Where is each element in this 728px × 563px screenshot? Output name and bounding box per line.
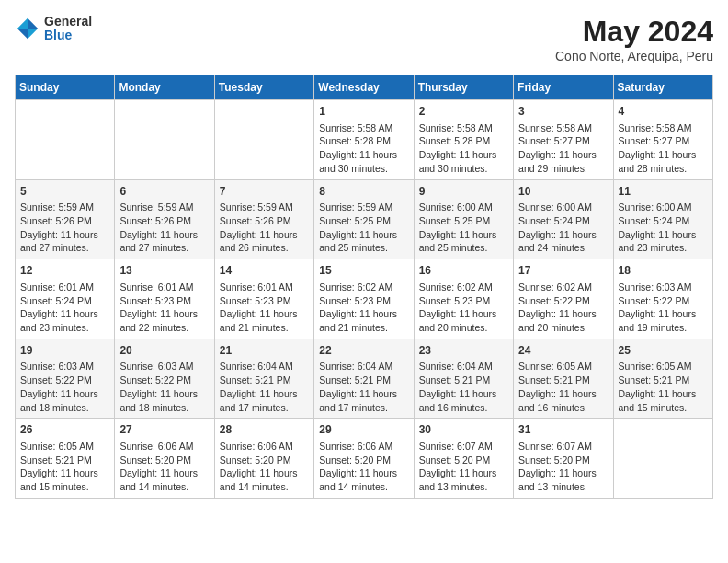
day-of-week-header: Thursday	[414, 75, 513, 100]
day-info: Sunrise: 6:01 AM Sunset: 5:23 PM Dayligh…	[119, 281, 209, 335]
calendar-day-cell: 7Sunrise: 5:59 AM Sunset: 5:26 PM Daylig…	[214, 179, 313, 259]
calendar-week-row: 5Sunrise: 5:59 AM Sunset: 5:26 PM Daylig…	[16, 179, 713, 259]
calendar-day-cell: 19Sunrise: 6:03 AM Sunset: 5:22 PM Dayli…	[16, 339, 115, 419]
day-info: Sunrise: 6:00 AM Sunset: 5:25 PM Dayligh…	[419, 201, 508, 255]
day-info: Sunrise: 6:04 AM Sunset: 5:21 PM Dayligh…	[220, 360, 309, 414]
calendar-day-cell: 21Sunrise: 6:04 AM Sunset: 5:21 PM Dayli…	[214, 339, 313, 419]
calendar-day-cell: 16Sunrise: 6:02 AM Sunset: 5:23 PM Dayli…	[414, 259, 513, 339]
day-number: 11	[619, 184, 708, 200]
day-info: Sunrise: 6:05 AM Sunset: 5:21 PM Dayligh…	[619, 360, 708, 414]
calendar-day-cell: 17Sunrise: 6:02 AM Sunset: 5:22 PM Dayli…	[514, 259, 613, 339]
calendar-day-cell: 28Sunrise: 6:06 AM Sunset: 5:20 PM Dayli…	[214, 419, 313, 499]
calendar-day-cell: 27Sunrise: 6:06 AM Sunset: 5:20 PM Dayli…	[115, 419, 214, 499]
calendar-day-cell: 25Sunrise: 6:05 AM Sunset: 5:21 PM Dayli…	[613, 339, 712, 419]
day-info: Sunrise: 6:03 AM Sunset: 5:22 PM Dayligh…	[20, 360, 109, 414]
calendar-day-cell: 29Sunrise: 6:06 AM Sunset: 5:20 PM Dayli…	[314, 419, 414, 499]
calendar-day-cell: 30Sunrise: 6:07 AM Sunset: 5:20 PM Dayli…	[414, 419, 513, 499]
calendar-day-cell: 20Sunrise: 6:03 AM Sunset: 5:22 PM Dayli…	[115, 339, 214, 419]
day-number: 1	[319, 104, 408, 120]
day-info: Sunrise: 6:04 AM Sunset: 5:21 PM Dayligh…	[319, 360, 408, 414]
day-number: 10	[518, 184, 608, 200]
day-of-week-header: Sunday	[16, 75, 115, 100]
day-info: Sunrise: 6:07 AM Sunset: 5:20 PM Dayligh…	[518, 440, 608, 494]
day-info: Sunrise: 6:00 AM Sunset: 5:24 PM Dayligh…	[518, 201, 608, 255]
day-number: 29	[319, 422, 408, 438]
day-number: 31	[518, 422, 608, 438]
calendar-day-cell: 5Sunrise: 5:59 AM Sunset: 5:26 PM Daylig…	[16, 179, 115, 259]
day-info: Sunrise: 6:02 AM Sunset: 5:23 PM Dayligh…	[419, 281, 508, 335]
day-of-week-header: Wednesday	[314, 75, 414, 100]
svg-marker-3	[17, 29, 28, 39]
calendar-day-cell: 4Sunrise: 5:58 AM Sunset: 5:27 PM Daylig…	[613, 100, 712, 180]
day-info: Sunrise: 5:59 AM Sunset: 5:25 PM Dayligh…	[319, 201, 408, 255]
page-header: General Blue May 2024 Cono Norte, Arequi…	[15, 15, 713, 63]
calendar-day-cell: 14Sunrise: 6:01 AM Sunset: 5:23 PM Dayli…	[214, 259, 313, 339]
day-number: 18	[619, 263, 708, 279]
day-info: Sunrise: 6:07 AM Sunset: 5:20 PM Dayligh…	[419, 440, 508, 494]
day-info: Sunrise: 5:59 AM Sunset: 5:26 PM Dayligh…	[220, 201, 309, 255]
calendar-week-row: 26Sunrise: 6:05 AM Sunset: 5:21 PM Dayli…	[16, 419, 713, 499]
day-number: 8	[319, 184, 408, 200]
calendar-day-cell: 10Sunrise: 6:00 AM Sunset: 5:24 PM Dayli…	[514, 179, 613, 259]
day-number: 5	[20, 184, 109, 200]
calendar-day-cell: 3Sunrise: 5:58 AM Sunset: 5:27 PM Daylig…	[514, 100, 613, 180]
day-number: 25	[619, 343, 708, 359]
header-row: SundayMondayTuesdayWednesdayThursdayFrid…	[16, 75, 713, 100]
calendar-week-row: 1Sunrise: 5:58 AM Sunset: 5:28 PM Daylig…	[16, 100, 713, 180]
day-number: 28	[220, 422, 309, 438]
day-number: 24	[518, 343, 608, 359]
logo-text: General Blue	[44, 15, 92, 43]
day-info: Sunrise: 5:58 AM Sunset: 5:27 PM Dayligh…	[518, 121, 608, 176]
calendar-day-cell: 15Sunrise: 6:02 AM Sunset: 5:23 PM Dayli…	[314, 259, 414, 339]
day-of-week-header: Monday	[115, 75, 214, 100]
svg-marker-2	[17, 18, 28, 29]
day-info: Sunrise: 6:06 AM Sunset: 5:20 PM Dayligh…	[220, 440, 309, 494]
svg-marker-1	[28, 29, 38, 39]
calendar-day-cell: 1Sunrise: 5:58 AM Sunset: 5:28 PM Daylig…	[314, 100, 414, 180]
day-of-week-header: Saturday	[613, 75, 712, 100]
calendar-day-cell	[16, 100, 115, 180]
calendar-day-cell: 6Sunrise: 5:59 AM Sunset: 5:26 PM Daylig…	[115, 179, 214, 259]
day-info: Sunrise: 6:01 AM Sunset: 5:24 PM Dayligh…	[20, 281, 109, 335]
day-number: 9	[419, 184, 508, 200]
day-info: Sunrise: 6:00 AM Sunset: 5:24 PM Dayligh…	[619, 201, 708, 255]
day-number: 4	[619, 104, 708, 120]
day-number: 30	[419, 422, 508, 438]
calendar-day-cell: 22Sunrise: 6:04 AM Sunset: 5:21 PM Dayli…	[314, 339, 414, 419]
day-number: 6	[119, 184, 209, 200]
calendar-week-row: 19Sunrise: 6:03 AM Sunset: 5:22 PM Dayli…	[16, 339, 713, 419]
day-number: 12	[20, 263, 109, 279]
day-info: Sunrise: 5:58 AM Sunset: 5:27 PM Dayligh…	[619, 121, 708, 176]
calendar-body: 1Sunrise: 5:58 AM Sunset: 5:28 PM Daylig…	[16, 100, 713, 499]
day-number: 2	[419, 104, 508, 120]
calendar-day-cell: 8Sunrise: 5:59 AM Sunset: 5:25 PM Daylig…	[314, 179, 414, 259]
day-info: Sunrise: 5:59 AM Sunset: 5:26 PM Dayligh…	[20, 201, 109, 255]
calendar-table: SundayMondayTuesdayWednesdayThursdayFrid…	[15, 75, 713, 499]
day-number: 15	[319, 263, 408, 279]
calendar-day-cell: 11Sunrise: 6:00 AM Sunset: 5:24 PM Dayli…	[613, 179, 712, 259]
calendar-day-cell: 26Sunrise: 6:05 AM Sunset: 5:21 PM Dayli…	[16, 419, 115, 499]
calendar-day-cell	[214, 100, 313, 180]
calendar-day-cell: 9Sunrise: 6:00 AM Sunset: 5:25 PM Daylig…	[414, 179, 513, 259]
calendar-day-cell: 13Sunrise: 6:01 AM Sunset: 5:23 PM Dayli…	[115, 259, 214, 339]
calendar-day-cell	[115, 100, 214, 180]
logo-line1: General	[44, 15, 92, 29]
calendar-header: SundayMondayTuesdayWednesdayThursdayFrid…	[16, 75, 713, 100]
day-info: Sunrise: 5:58 AM Sunset: 5:28 PM Dayligh…	[319, 121, 408, 176]
day-number: 20	[119, 343, 209, 359]
day-of-week-header: Tuesday	[214, 75, 313, 100]
day-info: Sunrise: 6:03 AM Sunset: 5:22 PM Dayligh…	[119, 360, 209, 414]
logo-icon	[15, 16, 40, 41]
day-number: 26	[20, 422, 109, 438]
day-number: 23	[419, 343, 508, 359]
day-info: Sunrise: 6:05 AM Sunset: 5:21 PM Dayligh…	[20, 440, 109, 494]
logo-line2: Blue	[44, 29, 92, 42]
calendar-day-cell: 31Sunrise: 6:07 AM Sunset: 5:20 PM Dayli…	[514, 419, 613, 499]
day-info: Sunrise: 6:05 AM Sunset: 5:21 PM Dayligh…	[518, 360, 608, 414]
day-number: 14	[220, 263, 309, 279]
calendar-day-cell: 23Sunrise: 6:04 AM Sunset: 5:21 PM Dayli…	[414, 339, 513, 419]
calendar-day-cell: 24Sunrise: 6:05 AM Sunset: 5:21 PM Dayli…	[514, 339, 613, 419]
day-of-week-header: Friday	[514, 75, 613, 100]
day-info: Sunrise: 5:58 AM Sunset: 5:28 PM Dayligh…	[419, 121, 508, 176]
calendar-day-cell: 2Sunrise: 5:58 AM Sunset: 5:28 PM Daylig…	[414, 100, 513, 180]
